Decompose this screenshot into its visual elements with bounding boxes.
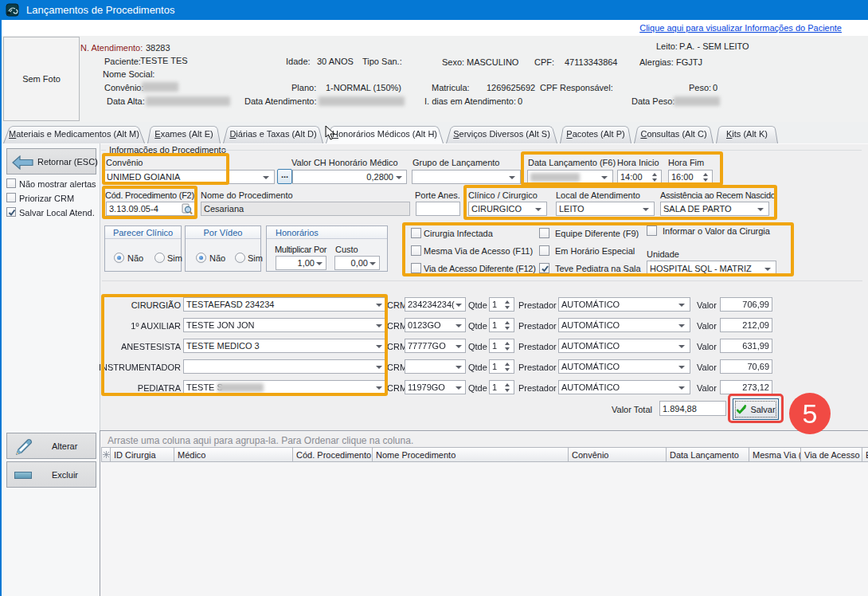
pediatra-valor-field[interactable]: 273,12 bbox=[720, 380, 772, 394]
anestesista-qtde-buttons[interactable] bbox=[502, 339, 512, 352]
tab-pacotes[interactable]: Pacotes (Alt P) bbox=[560, 124, 631, 143]
cirurgia-infectada-checkbox[interactable] bbox=[411, 228, 421, 238]
anestesista-valor-field[interactable]: 631,99 bbox=[720, 339, 772, 353]
valor-ch-arrow[interactable] bbox=[396, 176, 402, 179]
spin-up-icon[interactable] bbox=[703, 173, 708, 176]
salvar-local-checkbox[interactable] bbox=[6, 207, 16, 217]
auxiliar-prestador-combo[interactable]: AUTOMÁTICO bbox=[558, 318, 690, 332]
anestesista-crm-combo[interactable]: 77777GO bbox=[405, 339, 466, 353]
clinico-combo-arrow[interactable] bbox=[535, 208, 542, 211]
auxiliar-prestador-arrow[interactable] bbox=[678, 324, 685, 327]
spin-up-icon[interactable] bbox=[505, 342, 510, 345]
tab-exames[interactable]: Exames (Alt E) bbox=[147, 124, 221, 143]
instrumentador-name-combo[interactable] bbox=[183, 359, 388, 374]
spin-down-icon[interactable] bbox=[505, 368, 510, 371]
cirurgiao-name-combo[interactable]: TESTAEFASD 234234 bbox=[183, 297, 388, 312]
retornar-button[interactable]: Retornar (ESC) bbox=[6, 148, 96, 174]
nao-mostrar-alertas-checkbox[interactable] bbox=[6, 178, 16, 188]
instrumentador-prestador-arrow[interactable] bbox=[678, 366, 685, 369]
cod-proc-search-icon[interactable] bbox=[182, 203, 193, 215]
pediatra-qtde-spinner[interactable]: 1 bbox=[489, 380, 514, 394]
custo-arrow[interactable] bbox=[369, 262, 376, 265]
instrumentador-qtde-buttons[interactable] bbox=[502, 360, 512, 373]
cirurgiao-crm-arrow[interactable] bbox=[456, 304, 462, 307]
tab-consultas[interactable]: Consultas (Alt C) bbox=[634, 124, 714, 143]
grupo-combo[interactable] bbox=[412, 170, 521, 184]
excluir-button[interactable]: Excluir bbox=[6, 461, 96, 488]
tab-honorarios[interactable]: Honorários Médicos (Alt H) bbox=[326, 124, 444, 143]
pediatra-qtde-buttons[interactable] bbox=[502, 381, 512, 394]
pediatra-combo-arrow[interactable] bbox=[376, 386, 382, 390]
teve-pediatra-checkbox[interactable] bbox=[539, 263, 549, 273]
porte-field[interactable] bbox=[416, 202, 460, 216]
spin-up-icon[interactable] bbox=[505, 300, 510, 304]
pediatra-crm-arrow[interactable] bbox=[456, 386, 462, 390]
spin-down-icon[interactable] bbox=[505, 389, 510, 392]
grid-col-cut[interactable]: E bbox=[862, 447, 868, 462]
cirurgiao-qtde-spinner[interactable]: 1 bbox=[489, 297, 514, 312]
spin-down-icon[interactable] bbox=[652, 178, 657, 182]
convenio-combo-arrow[interactable] bbox=[263, 176, 269, 179]
auxiliar-name-combo[interactable]: TESTE JON JON bbox=[183, 318, 388, 332]
tab-servicos[interactable]: Serviços Diversos (Alt S) bbox=[446, 124, 557, 143]
data-lanc-combo[interactable] bbox=[527, 170, 613, 184]
mult-field[interactable]: 1,00 bbox=[276, 256, 326, 270]
convenio-lookup-button[interactable]: ... bbox=[277, 169, 292, 184]
hora-fim-spinner[interactable]: 16:00 bbox=[668, 170, 713, 184]
via-diferente-checkbox[interactable] bbox=[411, 263, 421, 273]
auxiliar-valor-field[interactable]: 212,09 bbox=[720, 318, 772, 332]
instrumentador-valor-field[interactable]: 70,69 bbox=[720, 359, 772, 374]
instrumentador-qtde-spinner[interactable]: 1 bbox=[489, 359, 514, 374]
cirurgiao-valor-field[interactable]: 706,99 bbox=[720, 297, 772, 312]
hora-inicio-spin-buttons[interactable] bbox=[650, 171, 659, 183]
video-nao-radio[interactable] bbox=[196, 253, 206, 263]
spin-down-icon[interactable] bbox=[505, 306, 510, 309]
spin-down-icon[interactable] bbox=[505, 347, 510, 351]
pediatra-name-combo[interactable]: TESTE S bbox=[183, 380, 388, 394]
tab-diarias[interactable]: Diárias e Taxas (Alt D) bbox=[223, 124, 323, 143]
convenio-combo[interactable]: UNIMED GOIANIA bbox=[104, 170, 275, 184]
grid-col-cod-procedimento[interactable]: Cód. Procedimento bbox=[293, 447, 373, 462]
assist-combo-arrow[interactable] bbox=[757, 208, 764, 211]
hora-inicio-spinner[interactable]: 14:00 bbox=[617, 170, 662, 184]
cirurgiao-qtde-buttons[interactable] bbox=[502, 298, 512, 311]
unidade-combo[interactable]: HOSPITAL SQL - MATRIZ bbox=[647, 261, 776, 276]
cirurgiao-prestador-arrow[interactable] bbox=[678, 304, 685, 307]
horario-especial-checkbox[interactable] bbox=[539, 245, 549, 256]
grid-col-medico[interactable]: Médico bbox=[174, 447, 293, 462]
assist-combo[interactable]: SALA DE PARTO bbox=[660, 202, 769, 216]
pediatra-crm-combo[interactable]: 11979GO bbox=[405, 380, 466, 394]
auxiliar-combo-arrow[interactable] bbox=[376, 324, 382, 327]
local-combo[interactable]: LEITO bbox=[556, 202, 655, 216]
anestesista-qtde-spinner[interactable]: 1 bbox=[489, 339, 514, 353]
grid-col-data-lancamento[interactable]: Data Lançamento bbox=[667, 447, 749, 462]
local-combo-arrow[interactable] bbox=[643, 208, 649, 211]
mult-arrow[interactable] bbox=[316, 262, 323, 265]
spin-up-icon[interactable] bbox=[505, 363, 510, 366]
custo-field[interactable]: 0,00 bbox=[334, 256, 380, 270]
grid-col-mesma-via[interactable]: Mesma Via ( bbox=[749, 447, 801, 462]
anestesista-prestador-arrow[interactable] bbox=[678, 345, 685, 348]
equipe-diferente-checkbox[interactable] bbox=[539, 228, 549, 238]
valor-total-field[interactable]: 1.894,88 bbox=[659, 401, 726, 416]
grupo-combo-arrow[interactable] bbox=[509, 176, 515, 179]
anestesista-prestador-combo[interactable]: AUTOMÁTICO bbox=[558, 339, 690, 353]
alterar-button[interactable]: Alterar bbox=[6, 433, 96, 459]
priorizar-crm-checkbox[interactable] bbox=[6, 193, 16, 202]
auxiliar-qtde-buttons[interactable] bbox=[502, 319, 512, 331]
parecer-nao-radio[interactable] bbox=[114, 253, 124, 263]
cirurgiao-combo-arrow[interactable] bbox=[376, 304, 382, 307]
cirurgiao-prestador-combo[interactable]: AUTOMÁTICO bbox=[558, 297, 690, 312]
pediatra-prestador-combo[interactable]: AUTOMÁTICO bbox=[558, 380, 690, 394]
spin-up-icon[interactable] bbox=[505, 383, 510, 386]
auxiliar-crm-combo[interactable]: 0123GO bbox=[405, 318, 466, 332]
cod-proc-field[interactable]: 3.13.09.05-4 bbox=[106, 202, 195, 216]
spin-down-icon[interactable] bbox=[505, 327, 510, 330]
video-sim-radio[interactable] bbox=[235, 253, 245, 263]
grid-col-id-cirurgia[interactable]: ID Cirurgia bbox=[111, 447, 174, 462]
tab-kits[interactable]: Kits (Alt K) bbox=[716, 124, 778, 143]
auxiliar-qtde-spinner[interactable]: 1 bbox=[489, 318, 514, 332]
unidade-combo-arrow[interactable] bbox=[764, 268, 771, 271]
anestesista-combo-arrow[interactable] bbox=[376, 345, 382, 348]
anestesista-crm-arrow[interactable] bbox=[456, 345, 462, 348]
